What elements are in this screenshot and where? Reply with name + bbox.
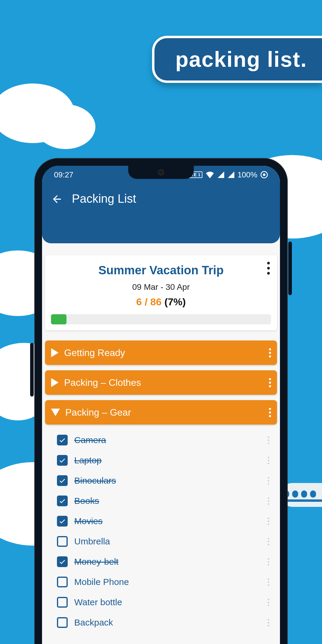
banner-label: packing list. bbox=[175, 47, 307, 71]
phone-frame: 09:27 /s VoLTE 1 100% Packing List bbox=[34, 158, 288, 644]
check-icon bbox=[59, 457, 66, 464]
checkbox[interactable] bbox=[57, 536, 68, 547]
category-menu-button[interactable] bbox=[269, 348, 271, 357]
progress-percent: (7%) bbox=[164, 296, 186, 307]
progress-total: 86 bbox=[150, 296, 162, 307]
status-time: 09:27 bbox=[54, 170, 73, 179]
item-label[interactable]: Umbrella bbox=[74, 536, 261, 547]
list-item: Movies bbox=[45, 511, 277, 531]
list-item: Money-belt bbox=[45, 552, 277, 572]
chevron-right-icon bbox=[51, 348, 59, 357]
signal-icon bbox=[227, 171, 235, 178]
cloud-decor bbox=[36, 104, 95, 149]
checkbox[interactable] bbox=[57, 516, 68, 527]
check-icon bbox=[59, 558, 66, 565]
category-packing-gear[interactable]: Packing – Gear bbox=[45, 400, 277, 425]
page-title: Packing List bbox=[72, 192, 136, 205]
chevron-right-icon bbox=[51, 378, 59, 387]
check-icon bbox=[59, 477, 66, 484]
trip-progress-text: 6 / 86 (7%) bbox=[51, 296, 271, 308]
wifi-icon bbox=[205, 171, 214, 178]
item-label[interactable]: Water bottle bbox=[74, 597, 261, 607]
category-label: Getting Ready bbox=[64, 347, 269, 358]
item-label[interactable]: Binoculars bbox=[74, 476, 261, 486]
item-label[interactable]: Mobile Phone bbox=[74, 577, 261, 587]
item-menu-button[interactable] bbox=[268, 599, 269, 606]
item-label[interactable]: Camera bbox=[74, 435, 261, 445]
app-bar: Packing List bbox=[42, 184, 280, 243]
category-getting-ready[interactable]: Getting Ready bbox=[45, 340, 277, 365]
list-item: Water bottle bbox=[45, 592, 277, 612]
progress-done: 6 bbox=[136, 296, 142, 307]
trip-menu-button[interactable] bbox=[267, 262, 270, 275]
checkbox[interactable] bbox=[57, 556, 68, 567]
list-item: Camera bbox=[45, 430, 277, 450]
checkbox[interactable] bbox=[57, 617, 68, 628]
checkbox[interactable] bbox=[57, 435, 68, 445]
back-button[interactable] bbox=[51, 193, 63, 206]
item-menu-button[interactable] bbox=[268, 457, 269, 464]
item-label[interactable]: Laptop bbox=[74, 455, 261, 465]
item-menu-button[interactable] bbox=[268, 558, 269, 566]
chevron-down-icon bbox=[51, 408, 60, 416]
item-list: CameraLaptopBinocularsBooksMoviesUmbrell… bbox=[45, 430, 277, 633]
status-battery: 100% bbox=[238, 170, 258, 179]
trip-dates: 09 Mar - 30 Apr bbox=[51, 282, 271, 292]
item-menu-button[interactable] bbox=[268, 578, 269, 586]
check-icon bbox=[59, 518, 66, 525]
list-item: Books bbox=[45, 491, 277, 511]
category-label: Packing – Gear bbox=[65, 407, 269, 418]
item-label[interactable]: Books bbox=[74, 496, 261, 506]
signal-icon bbox=[217, 171, 225, 178]
list-item: Laptop bbox=[45, 450, 277, 470]
content-area: Summer Vacation Trip 09 Mar - 30 Apr 6 /… bbox=[42, 243, 280, 633]
category-packing-clothes[interactable]: Packing – Clothes bbox=[45, 370, 277, 395]
list-item: Mobile Phone bbox=[45, 572, 277, 592]
phone-screen: 09:27 /s VoLTE 1 100% Packing List bbox=[42, 166, 280, 644]
list-item: Binoculars bbox=[45, 470, 277, 491]
promo-banner: packing list. bbox=[152, 36, 322, 83]
check-icon bbox=[59, 497, 66, 504]
category-list: Getting Ready Packing – Clothes Packing … bbox=[45, 340, 277, 633]
list-item: Backpack bbox=[45, 612, 277, 633]
item-label[interactable]: Backpack bbox=[74, 617, 261, 628]
item-label[interactable]: Movies bbox=[74, 516, 261, 526]
list-item: Umbrella bbox=[45, 531, 277, 552]
item-menu-button[interactable] bbox=[268, 518, 269, 525]
progress-fill bbox=[51, 314, 66, 324]
checkbox[interactable] bbox=[57, 496, 68, 506]
item-menu-button[interactable] bbox=[268, 436, 269, 444]
item-label[interactable]: Money-belt bbox=[74, 557, 261, 567]
trip-summary-card: Summer Vacation Trip 09 Mar - 30 Apr 6 /… bbox=[45, 255, 277, 330]
check-icon bbox=[59, 436, 66, 444]
checkbox[interactable] bbox=[57, 597, 68, 608]
checkbox[interactable] bbox=[57, 455, 68, 466]
svg-point-1 bbox=[263, 174, 266, 176]
item-menu-button[interactable] bbox=[268, 477, 269, 484]
item-menu-button[interactable] bbox=[268, 538, 269, 545]
category-menu-button[interactable] bbox=[269, 408, 271, 417]
trip-title: Summer Vacation Trip bbox=[51, 264, 271, 277]
item-menu-button[interactable] bbox=[268, 497, 269, 505]
item-menu-button[interactable] bbox=[268, 619, 269, 626]
checkbox[interactable] bbox=[57, 475, 68, 486]
battery-icon bbox=[260, 171, 268, 179]
phone-notch bbox=[128, 166, 194, 179]
decor-strip bbox=[42, 243, 280, 255]
progress-bar bbox=[51, 314, 271, 324]
back-arrow-icon bbox=[51, 193, 63, 205]
category-label: Packing – Clothes bbox=[64, 377, 269, 388]
checkbox[interactable] bbox=[57, 577, 68, 587]
category-menu-button[interactable] bbox=[269, 378, 271, 387]
